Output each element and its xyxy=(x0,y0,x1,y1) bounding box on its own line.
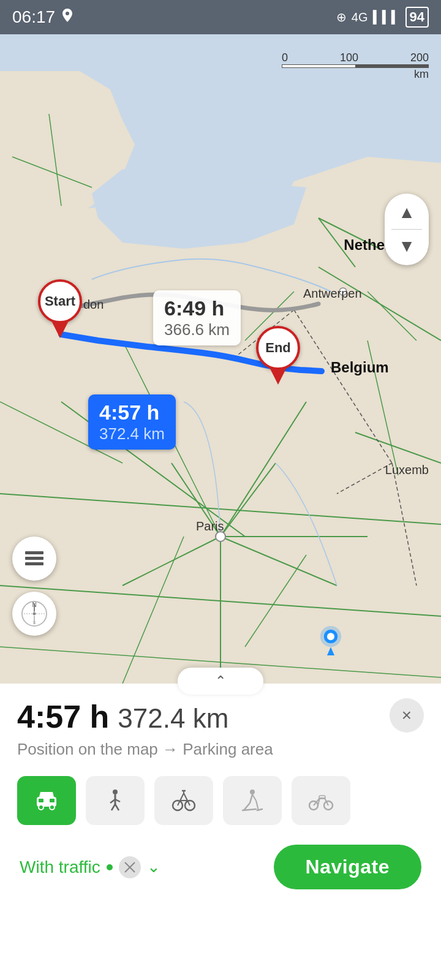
svg-point-38 xyxy=(327,633,334,640)
close-button[interactable]: × xyxy=(390,698,424,733)
panel-route-distance: 372.4 km xyxy=(118,703,228,734)
svg-rect-80 xyxy=(319,796,325,799)
svg-rect-40 xyxy=(25,551,43,554)
end-pin-label: End xyxy=(256,326,300,370)
gray-route-callout: 6:49 h 366.6 km xyxy=(153,290,241,345)
svg-line-62 xyxy=(115,804,119,810)
battery-level: 94 xyxy=(410,9,424,24)
scale-line xyxy=(282,64,429,68)
ski-icon xyxy=(239,787,266,814)
blue-route-time: 4:57 h xyxy=(99,401,165,424)
zoom-out-button[interactable]: ▼ xyxy=(385,230,429,263)
current-location-dot xyxy=(312,622,349,659)
expand-handle[interactable]: ⌃ xyxy=(178,668,263,695)
svg-rect-42 xyxy=(25,562,43,565)
panel-route-time: 4:57 h xyxy=(17,698,109,735)
traffic-dot xyxy=(107,864,113,870)
scale-label-100: 100 xyxy=(340,51,358,64)
svg-point-53 xyxy=(39,805,43,810)
mode-car-button[interactable] xyxy=(17,776,76,825)
svg-marker-39 xyxy=(327,647,334,655)
end-pin[interactable]: End xyxy=(256,326,300,385)
svg-point-54 xyxy=(50,805,55,810)
scale-unit: km xyxy=(414,68,429,81)
chevron-up-icon: ⌃ xyxy=(215,673,226,689)
bottom-panel: 4:57 h 372.4 km Position on the map → Pa… xyxy=(0,684,441,980)
status-time-group: 06:17 xyxy=(12,7,74,27)
scale-label-200: 200 xyxy=(410,51,429,64)
svg-line-61 xyxy=(111,804,115,810)
map-layers-button[interactable] xyxy=(12,537,56,581)
status-bar: 06:17 ⊕ 4G ▍▍▍ 94 xyxy=(0,0,441,34)
traffic-icon[interactable] xyxy=(119,856,141,878)
start-pin[interactable]: Start xyxy=(38,279,82,338)
svg-point-70 xyxy=(250,790,255,794)
traffic-signal-icon xyxy=(123,860,137,875)
car-icon xyxy=(33,787,60,814)
blue-route-distance: 372.4 km xyxy=(99,424,165,443)
close-icon: × xyxy=(402,706,412,725)
svg-point-57 xyxy=(113,790,118,794)
blue-route-callout[interactable]: 4:57 h 372.4 km xyxy=(88,394,176,450)
compass-button[interactable]: N S xyxy=(12,592,56,636)
scale-label-0: 0 xyxy=(282,51,288,64)
map-svg xyxy=(0,34,441,684)
signal-icon: ⊕ xyxy=(336,10,347,24)
mode-walk-button[interactable] xyxy=(86,776,145,825)
gray-route-distance: 366.6 km xyxy=(164,320,230,339)
svg-point-48 xyxy=(32,612,36,616)
route-summary: 4:57 h 372.4 km xyxy=(17,698,424,735)
route-subtitle: Position on the map → Parking area xyxy=(17,740,424,759)
gray-route-time: 6:49 h xyxy=(164,296,230,320)
svg-rect-55 xyxy=(39,799,43,802)
start-pin-label: Start xyxy=(38,279,82,323)
bike-icon xyxy=(170,787,197,814)
scale-bar: 0 100 200 km xyxy=(282,51,429,81)
start-pin-tail xyxy=(51,321,69,338)
zoom-in-button[interactable]: ▲ xyxy=(385,196,429,229)
moto-icon xyxy=(307,787,334,814)
end-pin-tail xyxy=(270,368,287,385)
walk-icon xyxy=(102,787,129,814)
location-icon xyxy=(61,9,74,26)
mode-bike-button[interactable] xyxy=(154,776,213,825)
svg-line-71 xyxy=(250,794,252,803)
map-area[interactable]: 0 100 200 km Netherlands Antwerpen Belgi… xyxy=(0,34,441,684)
navigate-button[interactable]: Navigate xyxy=(274,845,421,889)
svg-rect-41 xyxy=(25,557,43,560)
compass-icon: N S xyxy=(19,598,50,629)
mode-moto-button[interactable] xyxy=(292,776,350,825)
svg-point-35 xyxy=(339,288,347,295)
svg-marker-65 xyxy=(180,793,187,801)
action-row[interactable]: With traffic ⌄ Navigate xyxy=(17,845,424,889)
layers-icon xyxy=(23,548,45,570)
svg-rect-56 xyxy=(50,799,55,802)
mode-ski-button[interactable] xyxy=(223,776,282,825)
traffic-chevron-icon[interactable]: ⌄ xyxy=(147,858,160,876)
traffic-section[interactable]: With traffic ⌄ xyxy=(20,856,160,878)
transport-modes[interactable] xyxy=(17,776,424,825)
svg-line-73 xyxy=(252,794,256,801)
battery-indicator: 94 xyxy=(405,7,429,28)
svg-marker-52 xyxy=(39,792,54,797)
signal-bars: ▍▍▍ xyxy=(373,10,401,24)
svg-point-33 xyxy=(216,532,225,541)
status-right: ⊕ 4G ▍▍▍ 94 xyxy=(336,7,429,28)
traffic-label: With traffic xyxy=(20,858,100,877)
zoom-control[interactable]: ▲ ▼ xyxy=(385,194,429,265)
signal-text: 4G xyxy=(352,10,368,24)
status-time: 06:17 xyxy=(12,7,55,27)
